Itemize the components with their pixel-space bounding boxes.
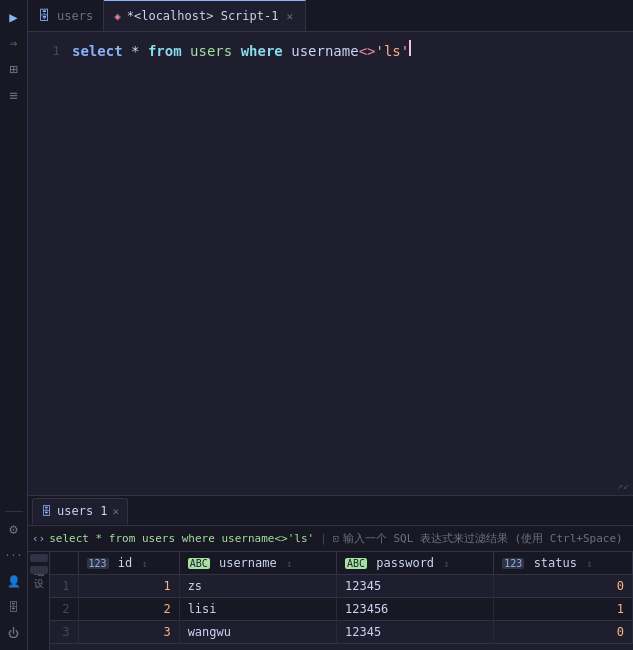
tab-script-label: *<localhost> Script-1 (127, 9, 279, 23)
col-username-name: username (219, 556, 277, 570)
keyword-select: select (72, 40, 123, 62)
col-password-sort-icon[interactable]: ↕ (443, 558, 449, 569)
cell-id: 3 (78, 621, 179, 644)
filter-resize-icon: ⊡ (333, 533, 339, 544)
result-tab-bar: 🗄 users 1 ✕ (28, 496, 633, 526)
dots-icon[interactable]: ··· (3, 544, 25, 566)
filter-icon2[interactable]: ≡ (3, 84, 25, 106)
code-line-1: select * from users where username <> 'l… (72, 40, 625, 62)
col-password-type-icon: ABC (345, 558, 367, 569)
keyword-where: where (241, 40, 283, 62)
user-icon[interactable]: 👤 (3, 570, 25, 592)
tab-close-icon[interactable]: ✕ (284, 9, 295, 24)
keyword-from: from (148, 40, 182, 62)
cursor (409, 40, 411, 56)
table-icon[interactable]: ⊞ (3, 58, 25, 80)
result-tab-close-icon[interactable]: ✕ (113, 505, 120, 518)
main-area: 🗄 users ◈ *<localhost> Script-1 ✕ 1 sele… (28, 0, 633, 650)
cell-password: 123456 (336, 598, 493, 621)
result-tab-label: users 1 (57, 504, 108, 518)
cell-rownum: 3 (50, 621, 78, 644)
cell-id: 2 (78, 598, 179, 621)
space1 (182, 40, 190, 62)
col-header-status[interactable]: 123 status ↕ (494, 552, 633, 575)
play-icon[interactable]: ▶ (3, 6, 25, 28)
filter-query-icon: ‹› (32, 532, 45, 545)
editor-area: 1 select * from users where username <> … (28, 32, 633, 495)
filter-query-text: select * from users where username<>'ls' (49, 532, 314, 545)
settings-icon[interactable]: ⚙ (3, 518, 25, 540)
db-icon2[interactable]: 🗄 (3, 596, 25, 618)
col-id-name: id (118, 556, 132, 570)
col-status-type-icon: 123 (502, 558, 524, 569)
left-sidebar: ▶ ⇒ ⊞ ≡ ⚙ ··· 👤 🗄 ⏻ (0, 0, 28, 650)
space3 (283, 40, 291, 62)
col-header-password[interactable]: ABC password ↕ (336, 552, 493, 575)
tab-users[interactable]: 🗄 users (28, 0, 104, 31)
cell-id: 1 (78, 575, 179, 598)
cell-rownum: 2 (50, 598, 78, 621)
filter-separator: | (320, 532, 327, 545)
col-status-name: status (534, 556, 577, 570)
col-password-name: password (376, 556, 434, 570)
cell-password: 12345 (336, 575, 493, 598)
cell-status: 0 (494, 621, 633, 644)
table-row: 2 2 lisi 123456 1 (50, 598, 633, 621)
table-name: users (190, 40, 232, 62)
arrow-right-icon[interactable]: ⇒ (3, 32, 25, 54)
operator-neq: <> (359, 40, 376, 62)
cell-username: zs (179, 575, 336, 598)
bottom-left-icons: 地区 设 (28, 552, 50, 650)
db-icon: 🗄 (38, 8, 51, 23)
table-header-row: 123 id ↕ ABC username ↕ ABC (50, 552, 633, 575)
cell-password: 12345 (336, 621, 493, 644)
filter-bar: ‹› select * from users where username<>'… (28, 526, 633, 552)
cell-username: wangwu (179, 621, 336, 644)
script-icon: ◈ (114, 10, 121, 23)
col-header-rownum (50, 552, 78, 575)
col-username-sort-icon[interactable]: ↕ (286, 558, 292, 569)
space2 (232, 40, 240, 62)
result-db-icon: 🗄 (41, 505, 52, 518)
scroll-corner: ↗↙ (617, 480, 629, 491)
col-header-id[interactable]: 123 id ↕ (78, 552, 179, 575)
editor-content[interactable]: select * from users where username <> 'l… (64, 32, 633, 495)
power-icon[interactable]: ⏻ (3, 622, 25, 644)
star-operator: * (123, 40, 148, 62)
table-row: 3 3 wangwu 12345 0 (50, 621, 633, 644)
col-username-type-icon: ABC (188, 558, 210, 569)
col-id-sort-icon[interactable]: ↕ (141, 558, 147, 569)
tab-bar: 🗄 users ◈ *<localhost> Script-1 ✕ (28, 0, 633, 32)
line-numbers: 1 (28, 32, 64, 495)
col-id-type-icon: 123 (87, 558, 109, 569)
tab-script1[interactable]: ◈ *<localhost> Script-1 ✕ (104, 0, 306, 31)
cell-username: lisi (179, 598, 336, 621)
bl-icon-2[interactable]: 设 (30, 566, 48, 574)
cell-status: 1 (494, 598, 633, 621)
column-username: username (291, 40, 358, 62)
col-status-sort-icon[interactable]: ↕ (586, 558, 592, 569)
result-table: 123 id ↕ ABC username ↕ ABC (50, 552, 633, 644)
cell-rownum: 1 (50, 575, 78, 598)
bottom-panel: 🗄 users 1 ✕ ‹› select * from users where… (28, 495, 633, 650)
string-literal: 'ls' (376, 40, 410, 62)
tab-users-label: users (57, 9, 93, 23)
table-row: 1 1 zs 12345 0 (50, 575, 633, 598)
line-number-1: 1 (28, 40, 60, 62)
cell-status: 0 (494, 575, 633, 598)
table-area: 地区 设 123 id ↕ (28, 552, 633, 650)
col-header-username[interactable]: ABC username ↕ (179, 552, 336, 575)
result-tab-users1[interactable]: 🗄 users 1 ✕ (32, 498, 128, 524)
filter-hint-text: 输入一个 SQL 表达式来过滤结果 (使用 Ctrl+Space) (343, 531, 623, 546)
result-table-wrap: 123 id ↕ ABC username ↕ ABC (50, 552, 633, 650)
bl-icon-1[interactable]: 地区 (30, 554, 48, 562)
